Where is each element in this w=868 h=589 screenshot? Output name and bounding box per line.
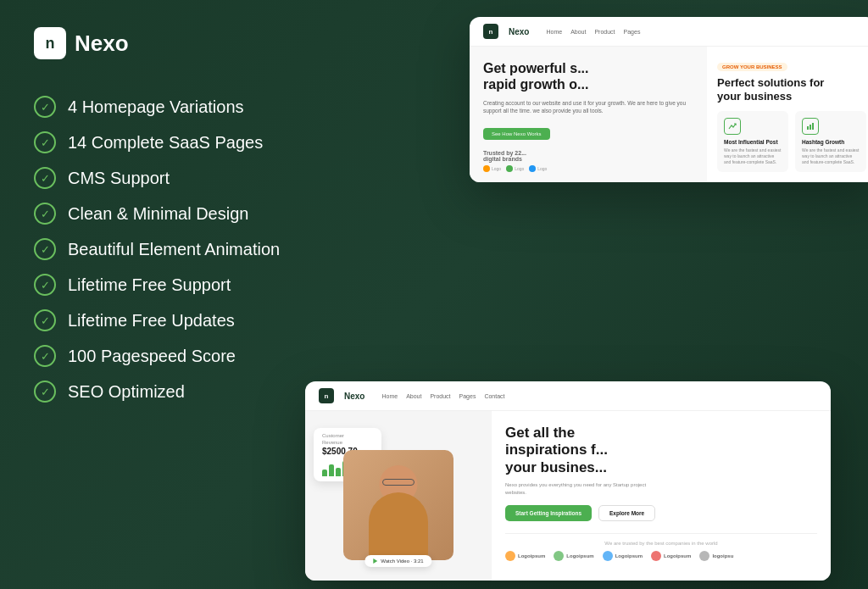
mock-nav-links-top: Home About Product Pages xyxy=(546,29,640,35)
mock-nav-link: Pages xyxy=(624,29,641,35)
feature-text: 14 Complete SaaS Pages xyxy=(68,131,263,153)
check-icon: ✓ xyxy=(34,203,56,225)
mock-badge: GROW YOUR BUSINESS xyxy=(717,63,787,71)
mock-logo-circle xyxy=(699,551,709,561)
mock-bottom-hero-text: Nexo provides you everything you need fo… xyxy=(505,481,658,497)
list-item: ✓ 100 Pagespeed Score xyxy=(34,339,339,373)
mock-stat-label: Customer xyxy=(322,433,373,438)
mock-card-icon-trending xyxy=(724,118,741,135)
check-icon: ✓ xyxy=(34,131,56,153)
mock-bottom-left: Customer Revenue $2500.70 xyxy=(305,411,492,581)
mock-nav-bottom: n Nexo Home About Product Pages Contact xyxy=(305,381,831,411)
mock-trusted-brands: Logo Logo Logo xyxy=(483,165,693,172)
mock-person-image xyxy=(343,450,453,560)
mock-bottom-right: Get all theinspirations f...your busines… xyxy=(492,411,831,581)
mock-bar xyxy=(322,470,327,476)
mock-feature-card: Hashtag Growth We are the fastest and ea… xyxy=(795,111,866,172)
mock-card-title: Most Influential Post xyxy=(724,139,782,145)
mock-feature-cards: Most Influential Post We are the fastest… xyxy=(717,111,866,172)
svg-rect-0 xyxy=(807,126,809,130)
list-item: ✓ Clean & Minimal Design xyxy=(34,197,339,231)
feature-text: Beautiful Element Animation xyxy=(68,238,280,260)
mock-hero-subtitle: Creating account to our website and use … xyxy=(483,99,693,114)
mock-brand-logo: Logo xyxy=(483,165,501,172)
mock-play-button[interactable]: Watch Video · 3:21 xyxy=(364,555,431,567)
mock-card-text: We are the fastest and easiest way to la… xyxy=(802,147,860,165)
list-item: ✓ SEO Optimized xyxy=(34,375,339,408)
mock-logo-item: logoipsu xyxy=(699,551,733,561)
mock-person-glasses xyxy=(382,479,415,486)
mock-logo-item: Logoipsum xyxy=(603,551,643,561)
mock-nav-link: Home xyxy=(381,393,398,399)
feature-text: CMS Support xyxy=(68,167,170,189)
mock-logo-circle xyxy=(505,551,515,561)
mock-bottom-content: Customer Revenue $2500.70 xyxy=(305,411,831,581)
svg-rect-2 xyxy=(812,123,814,130)
mock-bottom-buttons: Start Getting Inspirations Explore More xyxy=(505,505,817,521)
mock-trusted-row: We are trusted by the best companies in … xyxy=(505,533,817,561)
mock-logo-circle xyxy=(554,551,564,561)
mock-nav-link: Home xyxy=(546,29,562,35)
mock-nav-link: About xyxy=(570,29,586,35)
mock-card-title: Hashtag Growth xyxy=(802,139,860,145)
mock-person-body xyxy=(369,492,428,560)
mock-top-right: GROW YOUR BUSINESS Perfect solutions for… xyxy=(707,47,868,182)
mock-logo-icon-bottom: n xyxy=(319,388,334,403)
check-icon: ✓ xyxy=(34,238,56,260)
check-icon: ✓ xyxy=(34,274,56,296)
mock-bar xyxy=(329,464,334,476)
feature-text: Lifetime Free Support xyxy=(68,274,231,296)
mock-bottom-hero-title: Get all theinspirations f...your busines… xyxy=(505,425,817,476)
mock-trusted-text-bottom: We are trusted by the best companies in … xyxy=(505,541,817,546)
mock-revenue-label: Revenue xyxy=(322,440,373,445)
mock-top-left: Get powerful s...rapid growth o... Creat… xyxy=(470,47,707,182)
check-icon: ✓ xyxy=(34,96,56,118)
mock-logo-item: Logoipsum xyxy=(554,551,593,561)
list-item: ✓ CMS Support xyxy=(34,161,339,195)
feature-text: Clean & Minimal Design xyxy=(68,203,248,225)
mock-nav-link: Product xyxy=(430,393,450,399)
mock-brand-logo: Logo xyxy=(529,165,547,172)
feature-text: SEO Optimized xyxy=(68,381,185,403)
main-container: n Nexo ✓ 4 Homepage Variations ✓ 14 Comp… xyxy=(0,0,868,589)
mock-card-text: We are the fastest and easiest way to la… xyxy=(724,147,782,165)
mock-logo-item: Logoipsum xyxy=(505,551,545,561)
mock-bar xyxy=(336,468,341,476)
mock-nav-link: About xyxy=(406,393,421,399)
mock-brand-bottom: Nexo xyxy=(344,392,364,401)
check-icon: ✓ xyxy=(34,381,56,403)
mock-card-icon-bar xyxy=(802,118,819,135)
mock-cta-button[interactable]: See How Nexo Works xyxy=(483,128,550,140)
mockup-bottom: n Nexo Home About Product Pages Contact … xyxy=(305,381,831,581)
list-item: ✓ 14 Complete SaaS Pages xyxy=(34,125,339,159)
mock-start-button[interactable]: Start Getting Inspirations xyxy=(505,505,592,521)
list-item: ✓ 4 Homepage Variations xyxy=(34,90,339,124)
feature-text: 100 Pagespeed Score xyxy=(68,345,236,367)
mock-logo-circle xyxy=(651,551,661,561)
check-icon: ✓ xyxy=(34,167,56,189)
mock-logo-icon-top: n xyxy=(483,24,498,39)
mock-brand-top: Nexo xyxy=(509,27,529,36)
check-icon: ✓ xyxy=(34,309,56,331)
mock-hero-title: Get powerful s...rapid growth o... xyxy=(483,60,693,92)
mock-trusted-text: Trusted by 22...digital brands xyxy=(483,150,693,162)
list-item: ✓ Lifetime Free Updates xyxy=(34,303,339,337)
mock-top-content: Get powerful s...rapid growth o... Creat… xyxy=(470,47,868,182)
list-item: ✓ Lifetime Free Support xyxy=(34,268,339,302)
logo-icon: n xyxy=(34,27,66,59)
mock-nav-link: Pages xyxy=(459,393,476,399)
mockup-top: n Nexo Home About Product Pages Get powe… xyxy=(470,17,868,182)
features-list: ✓ 4 Homepage Variations ✓ 14 Complete Sa… xyxy=(34,90,339,408)
svg-rect-1 xyxy=(810,125,811,130)
mock-feature-card: Most Influential Post We are the fastest… xyxy=(717,111,788,172)
mock-logos-row: Logoipsum Logoipsum Logoipsum xyxy=(505,551,817,561)
mock-nav-link: Product xyxy=(594,29,615,35)
check-icon: ✓ xyxy=(34,345,56,367)
feature-text: Lifetime Free Updates xyxy=(68,309,235,331)
mock-nav-link: Contact xyxy=(484,393,504,399)
feature-text: 4 Homepage Variations xyxy=(68,96,244,118)
mock-explore-button[interactable]: Explore More xyxy=(598,505,655,521)
logo-area: n Nexo xyxy=(34,27,339,59)
mock-brand-logo: Logo xyxy=(506,165,524,172)
list-item: ✓ Beautiful Element Animation xyxy=(34,232,339,266)
